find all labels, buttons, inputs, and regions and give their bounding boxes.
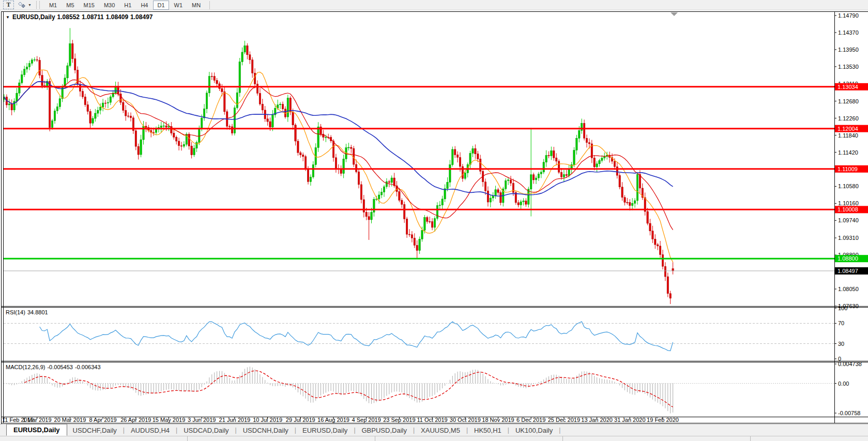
- price-tick: 1.11840: [838, 132, 858, 139]
- price-tick: 1.08050: [838, 286, 859, 292]
- bottom-scroll-strip[interactable]: [0, 436, 868, 441]
- price-tick: 1.12680: [838, 98, 859, 104]
- price-tick: 1.14790: [838, 12, 859, 19]
- tab-uk100-daily[interactable]: UK100,Daily: [510, 425, 558, 435]
- price-label: 1.13034: [837, 84, 858, 90]
- quote-close: 1.08497: [130, 13, 153, 21]
- date-tick: 15 May 2019: [153, 417, 186, 423]
- price-tick: 1.11420: [838, 149, 858, 156]
- price-label: 1.10008: [837, 206, 858, 212]
- date-tick: 26 Apr 2019: [120, 417, 151, 423]
- date-tick: 6 Dec 2019: [516, 417, 545, 423]
- quote-low: 1.08409: [106, 13, 128, 21]
- price-label: 1.08800: [837, 255, 858, 262]
- price-label: 1.08497: [837, 268, 858, 274]
- date-tick: 11 Oct 2019: [417, 417, 448, 423]
- quote-open: 1.08552: [57, 13, 80, 21]
- date-tick: 19 Feb 2020: [647, 417, 679, 423]
- date-tick: 20 Mar 2019: [54, 417, 86, 423]
- macd-pane-label: MACD(12,26,9)-0.005453-0.006343: [6, 364, 103, 370]
- mt4-terminal: T ▼ M1M5M15M30H1H4D1W1MN 1.147901.143701…: [0, 0, 868, 441]
- tab-eurusd-daily[interactable]: EURUSD,Daily: [6, 424, 67, 436]
- tab-usdcad-daily[interactable]: USDCAD,Daily: [178, 425, 234, 435]
- macd-axis-tick: -0.00758: [838, 410, 860, 416]
- date-tick: 25 Dec 2019: [548, 417, 580, 423]
- date-tick: 18 Nov 2019: [482, 417, 514, 423]
- chart-symbol-label: EURUSD,Daily: [12, 13, 55, 21]
- macd-main-value: -0.005453: [47, 364, 73, 370]
- tab-eurusd-daily[interactable]: EURUSD,Daily: [297, 425, 353, 435]
- price-tick: 1.14370: [838, 29, 859, 36]
- macd-axis-tick: 0.004738: [838, 361, 862, 367]
- tab-gbpusd-daily[interactable]: GBPUSD,Daily: [356, 425, 413, 435]
- date-tick: 23 Sep 2019: [383, 417, 415, 423]
- price-tick: 1.10580: [838, 183, 859, 189]
- chart-tab-bar: EURUSD,DailyUSDCHF,Daily|AUDUSD,H4|USDCA…: [0, 424, 868, 436]
- date-tick: 4 Sep 2019: [352, 417, 381, 423]
- date-tick: 16 Aug 2019: [317, 417, 349, 423]
- date-tick: 1 Mar 2019: [23, 417, 52, 423]
- macd-signal-value: -0.006343: [75, 364, 101, 370]
- price-label: 1.11009: [837, 166, 858, 172]
- rsi-axis-tick: 70: [838, 320, 844, 326]
- tab-xauusd-m5[interactable]: XAUUSD,M5: [415, 425, 466, 435]
- price-tick: 1.12260: [838, 115, 859, 121]
- date-tick: 3 Jun 2019: [188, 417, 216, 423]
- rsi-axis-tick: 100: [838, 305, 847, 311]
- date-tick: 21 Jun 2019: [219, 417, 251, 423]
- price-tick: 1.09740: [838, 217, 859, 223]
- date-tick: 10 Jul 2019: [253, 417, 282, 423]
- tab-audusd-h4[interactable]: AUDUSD,H4: [125, 425, 175, 435]
- collapse-triangle-icon[interactable]: ▼: [6, 15, 10, 20]
- rsi-name: RSI(14): [6, 309, 25, 315]
- macd-axis-tick: 0.00: [838, 381, 849, 387]
- date-tick: 30 Oct 2019: [450, 417, 481, 423]
- chart-title-bar: ▼EURUSD,Daily1.085521.087111.084091.0849…: [6, 13, 155, 21]
- tab-usdcnh-daily[interactable]: USDCNH,Daily: [237, 425, 294, 435]
- chart-canvas[interactable]: 1.147901.143701.139501.135301.131101.126…: [0, 0, 868, 441]
- rsi-value: 34.8801: [27, 309, 48, 315]
- price-tick: 1.10160: [838, 200, 859, 206]
- date-tick: 8 Apr 2019: [89, 417, 116, 423]
- macd-name: MACD(12,26,9): [6, 364, 45, 370]
- price-tick: 1.09310: [838, 235, 859, 241]
- date-tick: 31 Jan 2020: [614, 417, 646, 423]
- date-tick: 29 Jul 2019: [286, 417, 315, 423]
- price-label: 1.12004: [837, 126, 858, 132]
- price-tick: 1.13530: [838, 64, 859, 70]
- tab-separator: |: [558, 427, 561, 434]
- quote-high: 1.08711: [82, 13, 104, 21]
- price-tick: 1.13950: [838, 47, 859, 53]
- tab-usdchf-daily[interactable]: USDCHF,Daily: [67, 425, 123, 435]
- date-tick: 13 Jan 2020: [581, 417, 613, 423]
- rsi-pane-label: RSI(14)34.8801: [6, 309, 50, 315]
- tab-hk50-h1[interactable]: HK50,H1: [468, 425, 507, 435]
- rsi-axis-tick: 30: [838, 341, 844, 347]
